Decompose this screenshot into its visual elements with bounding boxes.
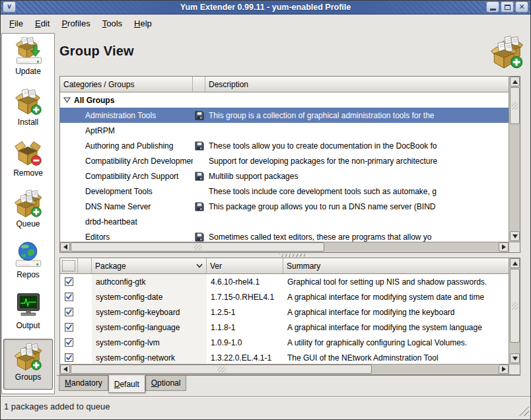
column-header-checkbox[interactable] [60,258,78,274]
minimize-button[interactable] [486,1,499,13]
package-row-system-config-lvm[interactable]: system-config-lvm 1.0.9-1.0 A utility fo… [60,335,509,350]
group-description: Support for developing packages for the … [205,157,509,166]
checkbox-checked[interactable] [65,353,73,362]
group-row-drbd-heartbeat[interactable]: drbd-heartbeat [60,214,509,229]
sidebar-item-groups[interactable]: Groups [3,339,53,390]
maximize-button[interactable] [501,1,514,13]
group-description: These tools include core development too… [205,187,509,196]
tab-mandatory[interactable]: Mandatory [59,376,108,391]
column-header-package[interactable]: Package [92,258,207,274]
group-name: Compatibility Arch Support [85,172,178,181]
arrow-up-icon [513,80,518,84]
close-button[interactable]: ✕ [515,1,528,13]
package-row-system-config-network[interactable]: system-config-network 1.3.22.0.EL.4.1-1 … [60,350,509,365]
package-row-system-config-date[interactable]: system-config-date 1.7.15-0.RHEL4.1 A gr… [60,289,509,304]
column-header-label: Package [95,262,126,271]
checkbox-checked[interactable] [65,293,73,301]
sidebar-item-label: Install [18,118,38,127]
group-row-compatibility-arch-support[interactable]: Compatibility Arch Support Multilib supp… [60,168,509,184]
group-name: Development Tools [85,187,153,196]
group-name: drbd-heartbeat [85,217,137,227]
group-name: Editors [85,232,110,242]
resize-grip[interactable] [519,406,529,416]
status-text: 1 packages added to queue [4,402,110,411]
scroll-up-button[interactable] [510,77,520,87]
checkbox-checked[interactable] [65,338,73,347]
sidebar-item-update[interactable]: Update [3,34,53,85]
package-version: 4.6.10-rhel4.1 [207,277,283,287]
package-vertical-scrollbar[interactable] [509,258,520,364]
menu-profiles[interactable]: Profiles [61,18,90,28]
scroll-down-button[interactable] [510,353,520,363]
group-row-development-tools[interactable]: Development Tools These tools include co… [60,184,509,199]
menu-file[interactable]: File [9,18,23,28]
remove-box-icon [14,139,43,168]
sidebar-item-remove[interactable]: Remove [3,135,53,186]
menu-tools[interactable]: Tools [102,18,122,28]
package-row-authconfig-gtk[interactable]: authconfig-gtk 4.6.10-rhel4.1 Graphical … [60,274,509,289]
package-table-header: Package Ver Summary [60,258,509,274]
window-menu-button[interactable]: v [3,1,16,13]
menu-help[interactable]: Help [134,18,152,28]
group-name: Compatibility Arch Development Support [85,157,193,166]
window-title: Yum Extender 0.99.11 - yum-enabled Profi… [0,0,531,15]
checkbox-checked[interactable] [65,308,73,316]
group-rows: All Groups Administration Tools This gro… [60,92,509,252]
group-row-compatibility-arch-development-support[interactable]: Compatibility Arch Development Support S… [60,153,509,168]
package-name: system-config-keyboard [92,304,207,320]
group-row-administration-tools[interactable]: Administration Tools This group is a col… [60,108,509,123]
scrollbar-thumb[interactable] [510,87,520,124]
scrollbar-grip [194,244,202,250]
scroll-right-button[interactable] [499,365,509,374]
tab-default[interactable]: Default [108,375,145,393]
scrollbar-corner [509,364,520,374]
scrollbar-thumb[interactable] [71,365,372,374]
sidebar-item-install[interactable]: Install [3,85,53,135]
sidebar-item-label: Output [16,321,40,330]
scroll-up-button[interactable] [510,258,520,268]
menu-edit[interactable]: Edit [35,18,50,28]
checkbox-checked[interactable] [65,323,73,332]
title-bar[interactable]: v Yum Extender 0.99.11 - yum-enabled Pro… [0,0,531,15]
sidebar-item-queue[interactable]: Queue [3,186,53,237]
scroll-right-button[interactable] [499,242,509,252]
floppy-icon [195,111,204,120]
sort-descending-icon [196,263,203,268]
group-description: Sometimes called text editors, these are… [205,232,509,242]
sidebar-item-output[interactable]: Output [3,288,53,339]
group-row-aptrpm[interactable]: AptRPM [60,123,509,138]
package-row-system-config-language[interactable]: system-config-language 1.1.8-1 A graphic… [60,320,509,335]
package-summary: A graphical interface for modifying the … [283,308,509,317]
group-row-all-groups[interactable]: All Groups [60,92,509,108]
group-vertical-scrollbar[interactable] [509,77,520,242]
pane-splitter[interactable] [55,253,531,258]
scroll-down-button[interactable] [510,231,520,241]
expander-open-icon[interactable] [63,96,71,104]
column-header-group-icon[interactable] [193,77,205,92]
group-row-authoring-and-publishing[interactable]: Authoring and Publishing These tools all… [60,138,509,153]
package-horizontal-scrollbar[interactable] [60,364,509,374]
group-tree-pane: Categories / Groups Description All Grou… [59,76,520,253]
menu-bar: File Edit Profiles Tools Help [0,15,531,32]
scrollbar-thumb[interactable] [510,269,520,343]
focus-rectangle [62,260,75,271]
group-view-header-icon [490,35,524,71]
column-header-ver[interactable]: Ver [207,258,283,274]
checkbox-checked[interactable] [65,277,73,286]
group-name: Authoring and Publishing [85,141,173,151]
tab-optional[interactable]: Optional [145,376,187,391]
column-header-description[interactable]: Description [205,77,509,92]
scroll-left-button[interactable] [60,365,70,374]
column-header-summary[interactable]: Summary [283,258,509,274]
scrollbar-thumb[interactable] [71,242,324,252]
package-row-system-config-keyboard[interactable]: system-config-keyboard 1.2.5-1 A graphic… [60,304,509,320]
column-header-package-icon[interactable] [78,258,92,274]
group-horizontal-scrollbar[interactable] [60,242,509,252]
column-header-categories-groups[interactable]: Categories / Groups [60,77,193,92]
group-row-dns-name-server[interactable]: DNS Name Server This package group allow… [60,199,509,214]
scroll-left-button[interactable] [60,242,70,252]
group-description: These tools allow you to create document… [205,141,509,151]
arrow-right-icon [502,244,506,250]
sidebar-item-repos[interactable]: Repos [3,237,53,288]
update-box-icon [14,37,43,66]
